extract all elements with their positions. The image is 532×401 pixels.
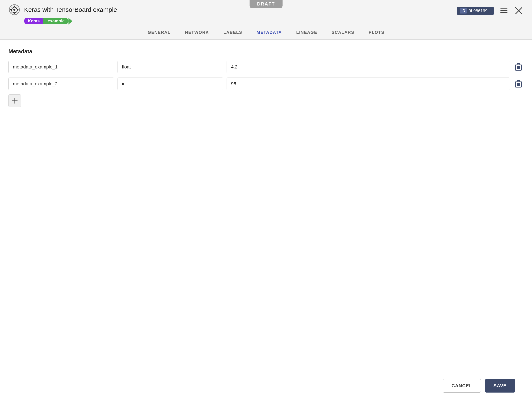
close-icon [515, 7, 522, 14]
metadata-name-1[interactable] [8, 61, 114, 73]
tab-plots[interactable]: PLOTS [368, 26, 385, 39]
delete-row-2-button[interactable] [513, 78, 524, 89]
main-container: DRAFT Keras wi [0, 0, 532, 401]
id-label: ID [460, 8, 467, 13]
tab-metadata[interactable]: METADATA [256, 26, 283, 39]
menu-icon [500, 7, 507, 14]
cancel-button[interactable]: CANCEL [443, 379, 481, 393]
content-area: Metadata [0, 40, 532, 401]
plus-icon [12, 98, 18, 104]
svg-point-3 [14, 6, 15, 7]
close-button[interactable] [514, 6, 524, 16]
metadata-row-1 [8, 61, 524, 73]
id-badge: ID 9b986169... [457, 7, 494, 15]
breadcrumb-keras[interactable]: Keras [24, 18, 44, 24]
metadata-value-2[interactable] [227, 78, 510, 90]
save-button[interactable]: SAVE [485, 379, 515, 393]
svg-point-2 [13, 9, 15, 11]
metadata-value-1[interactable] [227, 61, 510, 73]
svg-rect-12 [500, 10, 507, 11]
breadcrumb-row: Keras example [24, 18, 117, 24]
svg-point-5 [10, 9, 12, 11]
tabs-bar: GENERAL NETWORK LABELS METADATA LINEAGE … [0, 26, 532, 40]
id-value: 9b986169... [469, 8, 491, 13]
header-right: ID 9b986169... [457, 4, 524, 16]
app-title: Keras with TensorBoard example [24, 6, 117, 13]
footer-buttons: CANCEL SAVE [443, 379, 515, 393]
draft-badge: DRAFT [249, 0, 283, 8]
metadata-type-2[interactable] [118, 78, 223, 90]
svg-point-6 [17, 9, 19, 11]
tab-lineage[interactable]: LINEAGE [296, 26, 318, 39]
trash-icon-1 [515, 63, 522, 71]
tab-scalars[interactable]: SCALARS [331, 26, 355, 39]
menu-button[interactable] [499, 6, 509, 16]
svg-point-8 [16, 6, 18, 8]
app-icon [8, 4, 20, 16]
tab-network[interactable]: NETWORK [184, 26, 210, 39]
header-title-row: Keras with TensorBoard example [8, 4, 117, 16]
svg-point-7 [11, 6, 13, 8]
tab-labels[interactable]: LABELS [222, 26, 243, 39]
metadata-row-2 [8, 78, 524, 90]
trash-icon-2 [515, 80, 522, 88]
metadata-type-1[interactable] [118, 61, 223, 73]
svg-point-9 [11, 12, 13, 13]
header-left: Keras with TensorBoard example Keras exa… [8, 4, 117, 26]
breadcrumb-example[interactable]: example [43, 18, 69, 24]
svg-point-4 [14, 13, 15, 14]
add-metadata-button[interactable] [8, 94, 21, 107]
svg-rect-13 [500, 12, 507, 13]
delete-row-1-button[interactable] [513, 62, 524, 72]
svg-rect-11 [500, 8, 507, 9]
tab-general[interactable]: GENERAL [147, 26, 171, 39]
svg-point-10 [16, 12, 18, 13]
metadata-name-2[interactable] [8, 78, 114, 90]
section-title: Metadata [8, 48, 524, 55]
